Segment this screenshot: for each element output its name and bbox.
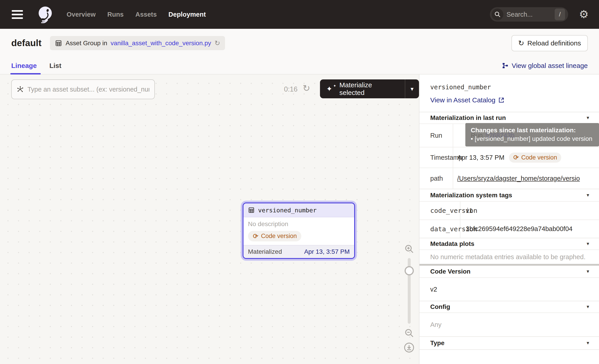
asset-node-footer: Materialized Apr 13, 3:57 PM: [244, 245, 354, 258]
menu-icon[interactable]: [10, 9, 24, 20]
code-version-tag-label: code_version: [419, 202, 460, 220]
nav-item-deployment[interactable]: Deployment: [168, 11, 206, 18]
timestamp-value: Apr 13, 3:57 PM: [457, 154, 504, 161]
search-icon: [492, 9, 503, 20]
top-navbar: Overview Runs Assets Deployment / ⚙: [0, 0, 599, 29]
nav-item-assets[interactable]: Assets: [135, 11, 157, 18]
tab-lineage[interactable]: Lineage: [11, 57, 37, 74]
tooltip-item: • [versioned_number] updated code versio…: [471, 135, 594, 143]
caret-down-icon[interactable]: ▼: [586, 241, 590, 246]
reload-definitions-button[interactable]: ↻ Reload definitions: [511, 35, 588, 51]
tooltip-title: Changes since last materialization:: [471, 126, 594, 135]
section-config[interactable]: Config ▼: [419, 301, 599, 312]
tab-list[interactable]: List: [49, 57, 61, 74]
section-type[interactable]: Type ▼: [419, 336, 599, 350]
table-icon: [248, 207, 255, 214]
data-version-tag-row: data_version 3bfc269594ef649228e9a74bab0…: [419, 220, 599, 238]
asset-group-prefix: Asset Group in: [65, 40, 107, 47]
asset-subset-input[interactable]: [27, 86, 150, 93]
search-shortcut-key: /: [555, 9, 565, 20]
nav-item-overview[interactable]: Overview: [67, 11, 96, 18]
asset-subset-filter[interactable]: [11, 79, 155, 99]
asset-group-chip[interactable]: Asset Group in vanilla_asset_with_code_v…: [50, 36, 225, 50]
code-version-tag-row: code_version v1: [419, 201, 599, 220]
asset-graph-icon: [17, 86, 24, 93]
caret-down-icon[interactable]: ▼: [586, 115, 590, 120]
gear-icon[interactable]: ⚙: [579, 9, 589, 20]
view-in-asset-catalog-link[interactable]: View in Asset Catalog: [430, 96, 504, 104]
run-row-label: Run: [419, 124, 453, 147]
sparkle-icon: ✦: [333, 84, 336, 88]
materialize-selected-button[interactable]: ✦ ✦ Materialize selected ▾: [320, 79, 419, 98]
dagster-app: Overview Runs Assets Deployment / ⚙ defa…: [0, 0, 599, 364]
code-version-cycle-icon: ⟳ !: [253, 233, 259, 240]
caret-down-icon[interactable]: ▼: [586, 269, 590, 274]
caret-down-icon[interactable]: ▼: [586, 304, 590, 309]
code-version-badge[interactable]: ⟳ ! Code version: [509, 153, 561, 163]
search-input[interactable]: [507, 11, 552, 18]
zoom-slider[interactable]: [404, 258, 414, 324]
zoom-slider-handle[interactable]: [405, 266, 414, 275]
data-version-tag-label: data_version: [419, 220, 460, 238]
code-version-value: v2: [419, 277, 599, 301]
section-materialization-in-last-run[interactable]: Materialization in last run ▼: [419, 112, 599, 123]
section-materialization-system-tags[interactable]: Materialization system tags ▼: [419, 189, 599, 201]
page-title: default: [11, 38, 41, 48]
storage-path-link[interactable]: /Users/sryza/dagster_home/storage/versio: [457, 175, 580, 182]
refresh-timer: 0:16: [284, 85, 298, 93]
path-row-label: path: [419, 168, 453, 189]
path-row: path /Users/sryza/dagster_home/storage/v…: [419, 168, 599, 189]
refresh-icon[interactable]: ↻: [214, 39, 220, 47]
global-search[interactable]: /: [490, 7, 568, 22]
main-area: 0:16 ↻ ✦ ✦ Materialize selected ▾: [0, 74, 599, 364]
external-link-icon: [498, 97, 504, 103]
section-metadata-plots[interactable]: Metadata plots ▼: [419, 238, 599, 250]
nav-item-runs[interactable]: Runs: [107, 11, 124, 18]
caret-down-icon[interactable]: ▼: [586, 193, 590, 198]
asset-group-file-link[interactable]: vanilla_asset_with_code_version.py: [111, 40, 211, 47]
materialized-status-label: Materialized: [248, 248, 282, 255]
lineage-graph-icon: [502, 62, 509, 69]
materialize-dropdown-button[interactable]: ▾: [405, 79, 419, 98]
timestamp-row-label: Timestamp: [419, 147, 453, 168]
code-version-cycle-icon: ⟳ !: [513, 154, 519, 161]
zoom-controls: [401, 244, 417, 353]
asset-node-header: versioned_number: [244, 203, 354, 217]
materialized-timestamp[interactable]: Apr 13, 3:57 PM: [304, 248, 350, 255]
nav-links: Overview Runs Assets Deployment: [67, 11, 206, 18]
refresh-icon[interactable]: ↻: [303, 83, 310, 93]
table-icon: [55, 40, 62, 47]
sidebar-asset-name: versioned_number: [430, 83, 590, 91]
asset-node-title: versioned_number: [258, 207, 317, 214]
asset-node-body: No description ⟳ ! Code version: [244, 217, 354, 245]
tab-bar: Lineage List View global asset lineage: [0, 57, 599, 74]
config-value: Any: [419, 312, 599, 336]
download-image-icon[interactable]: [404, 342, 414, 353]
lineage-canvas[interactable]: 0:16 ↻ ✦ ✦ Materialize selected ▾: [0, 74, 419, 364]
changes-since-last-materialization-tooltip: Changes since last materialization: • [v…: [465, 123, 599, 147]
view-global-asset-lineage-link[interactable]: View global asset lineage: [502, 62, 588, 69]
code-version-badge[interactable]: ⟳ ! Code version: [248, 231, 301, 241]
zoom-in-icon[interactable]: [404, 244, 414, 254]
data-version-tag-value: 3bfc269594ef649228e9a74bab00f04: [460, 220, 599, 238]
sparkle-icon: ✦: [326, 85, 332, 93]
dagster-logo-icon[interactable]: [36, 6, 53, 23]
caret-down-icon[interactable]: ▼: [586, 341, 590, 346]
zoom-out-icon[interactable]: [404, 328, 414, 338]
code-version-tag-value: v1: [460, 202, 599, 220]
timestamp-row: Timestamp Apr 13, 3:57 PM ⟳ ! Code versi…: [419, 147, 599, 168]
refresh-icon: ↻: [518, 39, 524, 47]
asset-node-versioned-number[interactable]: versioned_number No description ⟳ ! Code…: [243, 202, 355, 259]
asset-details-sidebar: versioned_number View in Asset Catalog M…: [419, 74, 599, 364]
asset-node-description: No description: [248, 220, 350, 228]
metadata-plots-empty-message: No numeric metadata entries available to…: [419, 250, 599, 264]
section-code-version[interactable]: Code Version ▼: [419, 266, 599, 277]
chevron-down-icon: ▾: [411, 86, 414, 93]
page-header: default Asset Group in vanilla_asset_wit…: [0, 29, 599, 57]
section-divider: [419, 264, 599, 266]
